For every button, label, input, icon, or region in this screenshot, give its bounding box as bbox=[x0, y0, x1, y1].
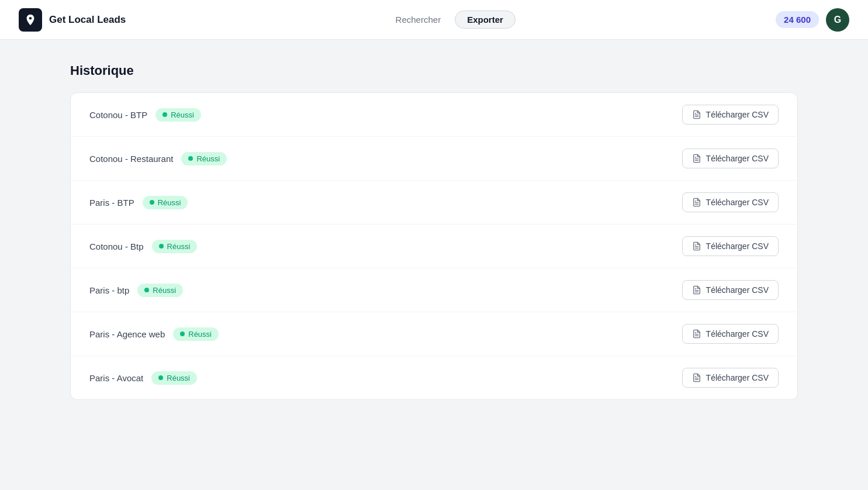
row-left-6: Paris - Avocat Réussi bbox=[89, 371, 197, 385]
status-badge-4: Réussi bbox=[137, 284, 183, 297]
row-left-3: Cotonou - Btp Réussi bbox=[89, 240, 197, 253]
status-dot-0 bbox=[162, 112, 167, 117]
history-row: Paris - Avocat Réussi Télécharger CSV bbox=[71, 356, 797, 399]
status-badge-5: Réussi bbox=[173, 327, 219, 341]
nav-search[interactable]: Rechercher bbox=[386, 11, 451, 28]
credits-badge: 24 600 bbox=[776, 11, 819, 28]
history-row: Cotonou - BTP Réussi Télécharger CSV bbox=[71, 93, 797, 137]
row-left-2: Paris - BTP Réussi bbox=[89, 196, 188, 209]
file-csv-icon bbox=[692, 198, 701, 207]
file-csv-icon bbox=[692, 110, 701, 119]
status-badge-6: Réussi bbox=[151, 371, 197, 385]
status-badge-0: Réussi bbox=[155, 108, 201, 122]
file-csv-icon bbox=[692, 285, 701, 295]
history-card: Cotonou - BTP Réussi Télécharger CSV Co bbox=[70, 92, 798, 400]
row-left-5: Paris - Agence web Réussi bbox=[89, 327, 219, 341]
status-badge-1: Réussi bbox=[181, 152, 227, 165]
row-name-6: Paris - Avocat bbox=[89, 373, 143, 383]
history-row: Cotonou - Restaurant Réussi Télécharger … bbox=[71, 137, 797, 181]
file-csv-icon bbox=[692, 154, 701, 163]
history-row: Paris - Agence web Réussi Télécharger CS… bbox=[71, 312, 797, 356]
row-left-1: Cotonou - Restaurant Réussi bbox=[89, 152, 227, 165]
download-csv-button-6[interactable]: Télécharger CSV bbox=[682, 368, 779, 388]
row-name-1: Cotonou - Restaurant bbox=[89, 154, 173, 164]
download-csv-button-1[interactable]: Télécharger CSV bbox=[682, 149, 779, 168]
row-left-0: Cotonou - BTP Réussi bbox=[89, 108, 201, 122]
page-title: Historique bbox=[70, 63, 798, 78]
avatar[interactable]: G bbox=[826, 8, 849, 32]
row-name-5: Paris - Agence web bbox=[89, 329, 165, 339]
download-csv-button-5[interactable]: Télécharger CSV bbox=[682, 324, 779, 344]
app-header: Get Local Leads Rechercher Exporter 24 6… bbox=[0, 0, 868, 40]
row-name-4: Paris - btp bbox=[89, 285, 129, 295]
location-pin-icon bbox=[24, 13, 37, 26]
file-csv-icon bbox=[692, 329, 701, 339]
download-csv-button-2[interactable]: Télécharger CSV bbox=[682, 192, 779, 212]
row-name-3: Cotonou - Btp bbox=[89, 241, 144, 251]
main-content: Historique Cotonou - BTP Réussi Télécha bbox=[0, 40, 868, 423]
header-nav: Rechercher Exporter bbox=[386, 11, 516, 29]
header-left: Get Local Leads bbox=[19, 8, 126, 32]
file-csv-icon bbox=[692, 241, 701, 251]
app-title: Get Local Leads bbox=[49, 14, 126, 26]
header-right: 24 600 G bbox=[776, 8, 849, 32]
status-dot-2 bbox=[150, 200, 154, 205]
status-dot-4 bbox=[144, 288, 149, 292]
status-dot-3 bbox=[159, 244, 164, 249]
row-name-0: Cotonou - BTP bbox=[89, 110, 147, 120]
status-dot-1 bbox=[188, 156, 193, 161]
nav-export[interactable]: Exporter bbox=[455, 11, 516, 29]
file-csv-icon bbox=[692, 373, 701, 382]
status-dot-5 bbox=[180, 332, 185, 336]
row-name-2: Paris - BTP bbox=[89, 198, 134, 208]
logo-box bbox=[19, 8, 42, 32]
status-badge-3: Réussi bbox=[152, 240, 198, 253]
status-badge-2: Réussi bbox=[143, 196, 188, 209]
download-csv-button-3[interactable]: Télécharger CSV bbox=[682, 236, 779, 256]
row-left-4: Paris - btp Réussi bbox=[89, 284, 183, 297]
history-row: Paris - BTP Réussi Télécharger CSV bbox=[71, 181, 797, 225]
download-csv-button-4[interactable]: Télécharger CSV bbox=[682, 280, 779, 300]
history-row: Cotonou - Btp Réussi Télécharger CSV bbox=[71, 225, 797, 268]
download-csv-button-0[interactable]: Télécharger CSV bbox=[682, 105, 779, 125]
status-dot-6 bbox=[158, 375, 163, 380]
history-row: Paris - btp Réussi Télécharger CSV bbox=[71, 268, 797, 312]
